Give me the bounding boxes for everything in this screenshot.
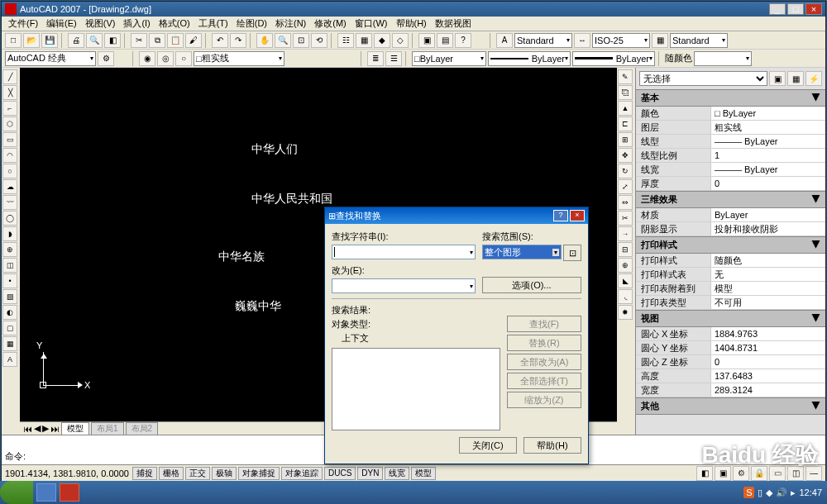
tray-icon4[interactable]: ▸	[791, 487, 796, 498]
options-button[interactable]: 选项(O)...	[482, 277, 581, 293]
color-combo[interactable]: □ ByLayer▾	[412, 51, 486, 66]
array-icon[interactable]: ⊞	[618, 132, 633, 147]
ellipsearc-icon[interactable]: ◗	[2, 226, 17, 241]
zoomwin-icon[interactable]: ⊡	[293, 33, 309, 48]
polygon-icon[interactable]: ⬡	[2, 116, 17, 131]
chamfer-icon[interactable]: ◣	[618, 273, 633, 288]
canvas-text[interactable]: 中华人民共和国	[251, 192, 332, 207]
dimstyle-icon[interactable]: ↔	[574, 33, 590, 48]
tab-next[interactable]: ▶	[42, 423, 49, 434]
new-icon[interactable]: □	[5, 33, 22, 48]
table-icon[interactable]: ▦	[2, 336, 17, 351]
sb-icon3[interactable]: ⚙	[733, 466, 749, 481]
prop-row[interactable]: 高度137.6483	[636, 369, 825, 383]
scale-icon[interactable]: ⤢	[618, 179, 633, 194]
linetype-combo[interactable]: ByLayer▾	[488, 51, 571, 66]
prop-row[interactable]: 圆心 Y 坐标1404.8731	[636, 341, 825, 355]
sb-icon5[interactable]: ▭	[769, 466, 786, 481]
scope-combo[interactable]: 整个图形▾	[482, 245, 562, 259]
help-icon[interactable]: ?	[455, 33, 471, 48]
tablestyle-icon[interactable]: ▦	[652, 33, 668, 48]
taskbar-app1[interactable]	[36, 483, 56, 502]
pan-icon[interactable]: ✋	[256, 33, 273, 48]
props-icon[interactable]: ☷	[337, 33, 354, 48]
prop-group-header[interactable]: 其他⯆	[636, 397, 825, 415]
stretch-icon[interactable]: ⇔	[618, 195, 633, 210]
prop-row[interactable]: 打印样式随颜色	[636, 254, 825, 268]
sb-icon2[interactable]: ▣	[715, 466, 731, 481]
taskbar-app2[interactable]	[60, 483, 79, 502]
copy2-icon[interactable]: ⿻	[618, 85, 633, 100]
region-icon[interactable]: ▢	[2, 321, 17, 335]
dimstyle-combo[interactable]: ISO-25▾	[592, 33, 650, 48]
dialog-help-button[interactable]: ?	[553, 210, 568, 221]
tray-sogou-icon[interactable]: S	[743, 487, 754, 498]
fillet-icon[interactable]: ◟	[618, 289, 633, 304]
canvas-text[interactable]: 中华名族	[218, 250, 265, 264]
paste-icon[interactable]: 📋	[167, 33, 184, 48]
select-objects-button[interactable]: ⊡	[563, 245, 581, 261]
prop-group-header[interactable]: 三维效果⯆	[636, 191, 825, 208]
menu-item[interactable]: 编辑(E)	[43, 17, 80, 30]
move-icon[interactable]: ✥	[618, 148, 633, 163]
tablestyle-combo[interactable]: Standard▾	[670, 33, 728, 48]
replace-input[interactable]: ▾	[332, 278, 476, 293]
sb-icon1[interactable]: ◧	[696, 466, 713, 481]
layer2-icon[interactable]: ◎	[157, 51, 174, 66]
spline-icon[interactable]: 〰	[2, 195, 17, 210]
canvas-text[interactable]: 巍巍中华	[235, 299, 281, 314]
undo-icon[interactable]: ↶	[212, 33, 228, 48]
menu-item[interactable]: 窗口(W)	[351, 17, 391, 30]
copy-icon[interactable]: ⧉	[149, 33, 165, 48]
replaceall-button[interactable]: 全部改为(A)	[507, 354, 581, 370]
status-toggle[interactable]: 极轴	[212, 467, 237, 480]
trim-icon[interactable]: ✂	[618, 211, 633, 226]
prop-group-header[interactable]: 打印样式⯆	[636, 236, 825, 254]
tool1-icon[interactable]: ◆	[374, 33, 390, 48]
break-icon[interactable]: ⊟	[618, 242, 633, 257]
tab-prev[interactable]: ◀	[34, 423, 41, 434]
arc-icon[interactable]: ◠	[2, 148, 17, 163]
layer-combo[interactable]: □ 粗实线▾	[194, 51, 284, 66]
status-toggle[interactable]: 捕捉	[132, 467, 157, 480]
menu-item[interactable]: 绘图(D)	[233, 17, 270, 30]
menu-item[interactable]: 格式(O)	[155, 17, 194, 30]
find-button[interactable]: 查找(F)	[507, 316, 581, 332]
status-toggle[interactable]: 模型	[411, 467, 436, 480]
prop-row[interactable]: 材质ByLayer	[636, 208, 825, 222]
selectobj-icon[interactable]: ▦	[787, 71, 804, 86]
replace-button[interactable]: 替换(R)	[507, 335, 581, 351]
circle-icon[interactable]: ○	[2, 164, 17, 178]
sb-icon7[interactable]: —	[805, 466, 822, 481]
tab-layout1[interactable]: 布局1	[91, 422, 124, 435]
clock[interactable]: 12:47	[799, 487, 822, 497]
status-toggle[interactable]: 对象追踪	[281, 467, 323, 480]
prop-group-header[interactable]: 基本⯆	[636, 89, 825, 107]
lineweight-combo[interactable]: ByLayer▾	[572, 51, 655, 66]
prop-row[interactable]: 打印表附着到模型	[636, 282, 825, 296]
status-toggle[interactable]: 线宽	[385, 467, 409, 480]
quickselect-icon[interactable]: ⚡	[805, 71, 822, 86]
revcloud-icon[interactable]: ☁	[2, 179, 17, 194]
join-icon[interactable]: ⊕	[618, 258, 633, 273]
block-icon[interactable]: ◫	[2, 258, 17, 273]
prop-row[interactable]: 打印表类型不可用	[636, 296, 825, 310]
status-toggle[interactable]: DUCS	[324, 467, 356, 480]
layer3-icon[interactable]: ○	[175, 51, 192, 66]
sb-icon6[interactable]: ◫	[787, 466, 804, 481]
tab-model[interactable]: 模型	[61, 422, 89, 435]
tool4-icon[interactable]: ▤	[437, 33, 453, 48]
zoomto-button[interactable]: 缩放为(Z)	[507, 392, 581, 408]
textstyle-icon[interactable]: A	[496, 33, 513, 48]
dsv-icon[interactable]: ▦	[356, 33, 372, 48]
rotate-icon[interactable]: ↻	[618, 164, 633, 178]
status-toggle[interactable]: DYN	[357, 467, 383, 480]
menu-item[interactable]: 视图(V)	[82, 17, 119, 30]
wsopt-icon[interactable]: ⚙	[98, 51, 114, 66]
open-icon[interactable]: 📂	[23, 33, 40, 48]
prop-row[interactable]: 打印样式表无	[636, 268, 825, 282]
erase-icon[interactable]: ✎	[618, 69, 633, 84]
text-icon[interactable]: A	[2, 352, 17, 367]
dialog-titlebar[interactable]: ⊞ 查找和替换 ? ×	[325, 207, 588, 224]
preview-icon[interactable]: 🔍	[86, 33, 103, 48]
